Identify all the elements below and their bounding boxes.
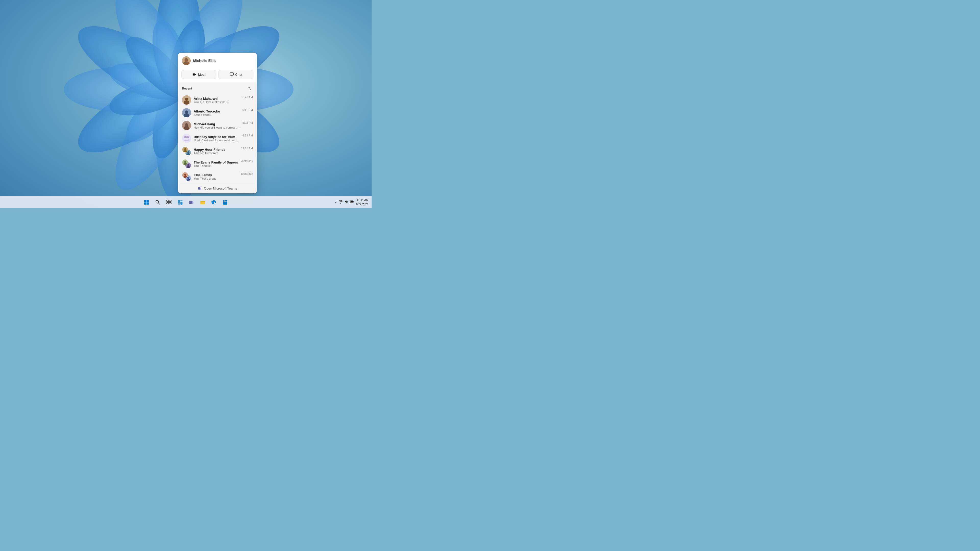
chat-preview-birthday: Noel: Can't wait for our next catch up! <box>194 139 240 142</box>
chevron-up-icon[interactable]: ▲ <box>334 201 337 203</box>
svg-point-29 <box>248 87 250 89</box>
widgets-button[interactable] <box>175 197 185 207</box>
wifi-icon <box>339 200 343 205</box>
svg-point-51 <box>184 161 186 163</box>
svg-point-79 <box>192 201 193 202</box>
chat-time-ellis: Yesterday <box>240 172 253 175</box>
svg-point-54 <box>187 164 189 166</box>
store-button[interactable] <box>220 197 230 207</box>
edge-button[interactable] <box>209 197 219 207</box>
avatar-michael <box>182 121 191 130</box>
svg-point-33 <box>184 100 189 105</box>
svg-rect-77 <box>178 203 180 205</box>
teams-icon <box>198 186 202 190</box>
svg-rect-71 <box>169 200 171 202</box>
chat-item-birthday[interactable]: Birthday surprise for Mum Noel: Can't wa… <box>180 132 255 144</box>
svg-point-68 <box>156 200 159 203</box>
svg-line-30 <box>250 89 251 90</box>
chat-item-alberto[interactable]: Alberto Tercedor Sound good? 6:11 PM <box>180 106 255 119</box>
edge-icon <box>211 200 216 205</box>
chat-time-michael: 5:22 PM <box>242 121 253 124</box>
avatar-alberto <box>182 108 191 118</box>
svg-rect-40 <box>184 136 189 141</box>
chat-preview-evans: You: Thanks!!! <box>194 164 238 167</box>
svg-rect-76 <box>180 202 183 205</box>
file-explorer-icon <box>200 200 205 205</box>
panel-action-buttons: Meet Chat <box>178 68 257 83</box>
svg-rect-70 <box>167 200 169 202</box>
chat-preview-alberto: Sound good? <box>194 113 240 116</box>
avatar-birthday <box>182 134 191 143</box>
chat-item-ellis[interactable]: Ellis Family You: That's great! Yesterda… <box>180 170 255 183</box>
chat-info-michael: Michael Kang Hey, did you still want to … <box>194 122 240 129</box>
taskbar: ▲ <box>0 196 372 208</box>
desktop: Michelle Ellis Meet Chat Recent <box>0 0 372 208</box>
svg-point-45 <box>184 148 186 150</box>
system-tray-icons: ▲ <box>334 200 354 205</box>
svg-point-57 <box>184 174 186 176</box>
svg-rect-62 <box>198 187 200 189</box>
chat-item-evans[interactable]: The Evans Family of Supers You: Thanks!!… <box>180 157 255 170</box>
chat-item-happyhour[interactable]: Happy Hour Friends Alberto: Awesome! 11:… <box>180 144 255 157</box>
video-icon <box>192 73 197 76</box>
chat-time-happyhour: 11:16 AM <box>241 147 253 150</box>
volume-icon <box>344 200 348 205</box>
svg-rect-78 <box>189 201 192 204</box>
file-explorer-button[interactable] <box>197 197 208 207</box>
avatar-arina <box>182 95 191 105</box>
teams-taskbar-button[interactable] <box>186 197 197 207</box>
svg-point-32 <box>185 98 188 101</box>
svg-rect-75 <box>180 200 183 201</box>
svg-rect-74 <box>178 200 180 203</box>
chat-info-arina: Arina Maharani You: OK, let's make it 3:… <box>194 97 240 103</box>
chat-time-arina: 8:45 AM <box>243 96 253 99</box>
chat-preview-ellis: You: That's great! <box>194 177 238 180</box>
system-clock[interactable]: 11:11 AM 6/24/2021 <box>356 198 369 206</box>
teams-panel: Michelle Ellis Meet Chat Recent <box>178 53 257 193</box>
chat-item-michael[interactable]: Michael Kang Hey, did you still want to … <box>180 119 255 132</box>
taskbar-right: ▲ <box>334 198 372 206</box>
svg-point-35 <box>185 110 188 114</box>
svg-rect-67 <box>147 202 149 205</box>
svg-point-36 <box>184 113 189 118</box>
chat-item-arina[interactable]: Arina Maharani You: OK, let's make it 3:… <box>180 94 255 106</box>
open-teams-label: Open Microsoft Teams <box>204 186 237 190</box>
search-icon <box>248 87 251 90</box>
store-icon <box>223 200 228 205</box>
chat-button[interactable]: Chat <box>218 70 253 79</box>
user-avatar <box>182 56 191 65</box>
teams-taskbar-icon <box>189 200 194 205</box>
chat-list: Arina Maharani You: OK, let's make it 3:… <box>178 94 257 183</box>
windows-logo-icon <box>144 200 149 205</box>
chat-name-ellis: Ellis Family <box>194 173 238 177</box>
svg-rect-81 <box>223 200 227 205</box>
svg-point-48 <box>187 151 189 153</box>
search-icon-button[interactable] <box>246 85 253 92</box>
chat-name-happyhour: Happy Hour Friends <box>194 148 239 151</box>
chat-time-evans: Yesterday <box>240 159 253 162</box>
svg-rect-84 <box>351 201 353 203</box>
svg-rect-65 <box>147 200 149 202</box>
svg-point-60 <box>187 177 189 179</box>
chat-name-alberto: Alberto Tercedor <box>194 110 240 113</box>
svg-point-38 <box>185 123 188 126</box>
chat-preview-michael: Hey, did you still want to borrow the no… <box>194 126 240 129</box>
svg-rect-66 <box>144 202 146 205</box>
chat-info-evans: The Evans Family of Supers You: Thanks!!… <box>194 160 238 167</box>
recent-label: Recent <box>182 87 192 90</box>
chat-preview-arina: You: OK, let's make it 3:00. <box>194 100 240 103</box>
calendar-icon <box>184 135 189 141</box>
chat-info-happyhour: Happy Hour Friends Alberto: Awesome! <box>194 148 239 155</box>
open-teams-button[interactable]: Open Microsoft Teams <box>178 183 257 193</box>
svg-rect-28 <box>230 73 234 75</box>
chat-name-birthday: Birthday surprise for Mum <box>194 135 240 139</box>
meet-button[interactable]: Meet <box>181 70 216 79</box>
task-view-button[interactable] <box>164 197 174 207</box>
search-taskbar-button[interactable] <box>153 197 163 207</box>
clock-date: 6/24/2021 <box>356 202 369 206</box>
panel-header: Michelle Ellis <box>178 53 257 68</box>
chat-info-alberto: Alberto Tercedor Sound good? <box>194 110 240 116</box>
avatar-evans <box>182 159 191 168</box>
start-button[interactable] <box>142 197 151 207</box>
svg-rect-82 <box>224 202 227 202</box>
